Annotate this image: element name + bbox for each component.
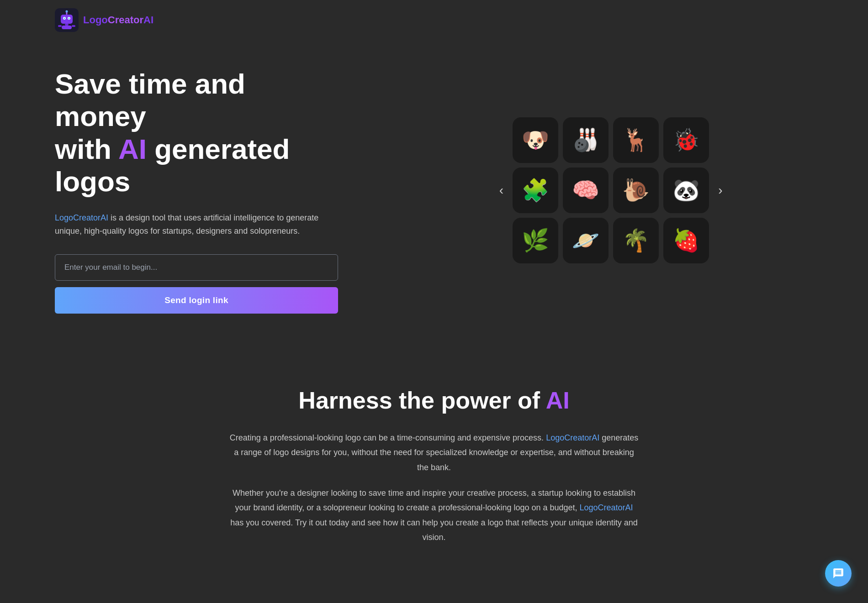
brand-link-harness1[interactable]: LogoCreatorAI (546, 433, 599, 442)
logo-icon (55, 8, 79, 32)
logo-text: LogoCreatorAI (83, 14, 153, 26)
logo-grid-item: 🧩 (513, 168, 558, 213)
carousel-prev-button[interactable]: ‹ (495, 178, 508, 202)
logo-grid-item: 🎳 (563, 117, 609, 163)
harness-section: Harness the power of AI Creating a profe… (0, 350, 868, 593)
logo-grid-item: 🐶 (513, 117, 558, 163)
svg-rect-1 (61, 15, 73, 24)
logo-grid-item: 🍓 (663, 218, 709, 263)
chat-icon (832, 567, 844, 579)
svg-rect-9 (62, 26, 72, 29)
hero-section: Save time and money with AI generated lo… (0, 40, 868, 350)
svg-point-7 (66, 10, 68, 13)
hero-logo-gallery: ‹ 🐶🎳🦌🐞🧩🧠🐌🐼🌿🪐🌴🍓 › (495, 117, 813, 263)
logo-grid-item: 🧠 (563, 168, 609, 213)
svg-point-4 (64, 18, 65, 19)
hero-content: Save time and money with AI generated lo… (55, 68, 338, 314)
logo-grid-item: 🐞 (663, 117, 709, 163)
logo-grid-item: 🐌 (613, 168, 659, 213)
logo-grid-item: 🌿 (513, 218, 558, 263)
carousel-next-button[interactable]: › (714, 178, 727, 202)
harness-para2: Whether you're a designer looking to sav… (228, 486, 640, 545)
logo[interactable]: LogoCreatorAI (55, 8, 153, 32)
hero-description: LogoCreatorAI is a design tool that uses… (55, 211, 338, 238)
logo-grid-item: 🌴 (613, 218, 659, 263)
email-input[interactable] (55, 254, 338, 281)
svg-rect-11 (72, 25, 75, 27)
header: LogoCreatorAI (0, 0, 868, 40)
brand-link-hero[interactable]: LogoCreatorAI (55, 213, 108, 222)
harness-title: Harness the power of AI (91, 387, 777, 414)
harness-para1: Creating a professional-looking logo can… (228, 430, 640, 475)
logo-grid-item: 🐼 (663, 168, 709, 213)
svg-rect-8 (65, 24, 69, 26)
chat-button[interactable] (825, 560, 852, 587)
logo-grid-item: 🪐 (563, 218, 609, 263)
brand-link-harness2[interactable]: LogoCreatorAI (580, 503, 633, 512)
send-login-link-button[interactable]: Send login link (55, 287, 338, 314)
logo-grid-item: 🦌 (613, 117, 659, 163)
how-section: How does it work? 1Sign up for free with… (0, 593, 868, 603)
logo-grid: 🐶🎳🦌🐞🧩🧠🐌🐼🌿🪐🌴🍓 (508, 117, 714, 263)
hero-title: Save time and money with AI generated lo… (55, 68, 338, 198)
svg-rect-10 (58, 25, 62, 27)
svg-point-5 (69, 18, 70, 19)
